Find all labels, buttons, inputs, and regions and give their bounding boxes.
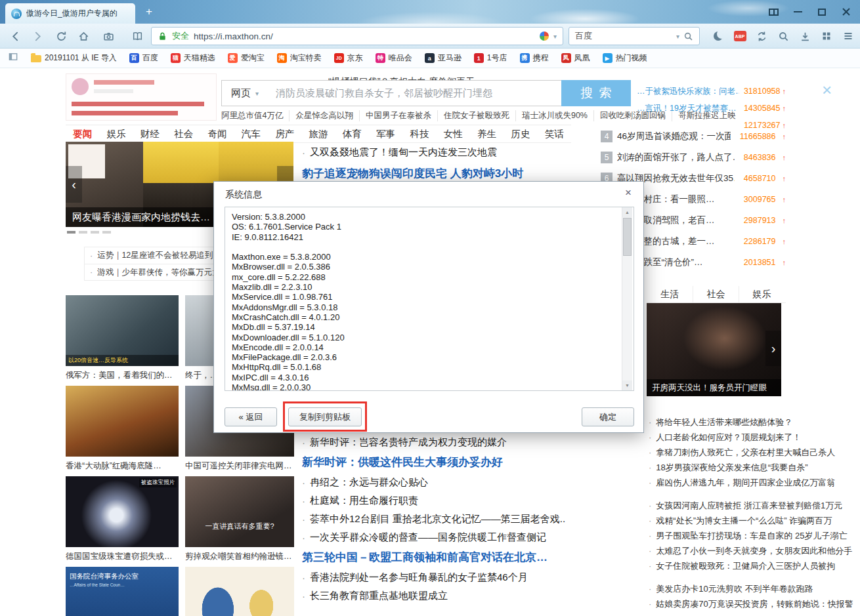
portal-search-button[interactable]: 搜索 bbox=[561, 80, 631, 106]
headline-item[interactable]: 又双叒叕地震了！缅甸一天内连发三次地震 bbox=[302, 143, 570, 161]
right-photo-caption[interactable]: 开房两天没出！服务员开门瞪眼 bbox=[647, 379, 781, 396]
url-box[interactable]: 安全 https://i.maxthon.cn/ ▾ bbox=[151, 27, 563, 45]
right-news-item[interactable]: 戏精“处长”为博女主播一个“么么哒” 诈骗两百万 bbox=[649, 513, 860, 528]
browser-tab[interactable]: 傲游今日_傲游用户专属的 bbox=[5, 3, 135, 24]
tab-qiwen[interactable]: 奇闻 bbox=[200, 125, 234, 142]
quick-list-item[interactable]: 运势｜12星座谁不会被轻易追到！ bbox=[85, 247, 220, 264]
ok-button[interactable]: 确定 bbox=[582, 407, 634, 426]
bookmark-item[interactable]: 特唯品会 bbox=[376, 52, 412, 64]
hot-link[interactable]: 阿里总市值4万亿 bbox=[221, 110, 289, 121]
dialog-close-icon[interactable]: × bbox=[621, 186, 635, 200]
bookmark-item[interactable]: 淘淘宝特卖 bbox=[277, 52, 322, 64]
rank-row[interactable]: …言讯！19岁天才被禁赛…14305845↑ bbox=[637, 100, 786, 117]
tab-caijing[interactable]: 财经 bbox=[133, 125, 167, 142]
download-icon[interactable] bbox=[798, 30, 811, 43]
bookmark-item[interactable]: ▶热门视频 bbox=[603, 52, 647, 64]
right-news-item[interactable]: 女孩因河南人应聘被拒 浙江喜来登被判赔偿1万元 bbox=[649, 498, 860, 513]
carousel-dot[interactable] bbox=[91, 231, 99, 234]
night-mode-icon[interactable] bbox=[712, 30, 725, 43]
new-tab-button[interactable]: + bbox=[141, 5, 157, 19]
search-engine-box[interactable]: 百度 ▾ bbox=[569, 27, 700, 45]
close-icon[interactable] bbox=[839, 5, 853, 18]
news-photo[interactable]: 以20倍音速…反导系统 bbox=[66, 295, 179, 366]
photo-caption[interactable]: 俄军方：美国，看着我们的… bbox=[66, 369, 179, 382]
bookmark-item[interactable]: 爱爱淘宝 bbox=[228, 52, 265, 64]
scroll-up-icon[interactable]: ▲ bbox=[622, 207, 632, 217]
news-item-emphasis[interactable]: 第三轮中国－欧盟工商领袖和前高官对话在北京… bbox=[302, 546, 572, 568]
adblock-plus-icon[interactable]: ABP bbox=[733, 30, 746, 43]
rank-row[interactable]: 446岁周迅首谈婚恋观：一次面…11665886↑ bbox=[601, 126, 786, 147]
menu-icon[interactable] bbox=[842, 30, 855, 43]
news-item[interactable]: 荟萃中外12台剧目 重拾老北京文化记忆——第三届老舍戏.. bbox=[302, 510, 572, 528]
minimize-icon[interactable] bbox=[790, 5, 805, 18]
carousel-dot[interactable] bbox=[79, 231, 87, 234]
news-photo[interactable] bbox=[66, 386, 179, 457]
rank-row[interactable]: 5刘涛的面馆开张了，路人点了…8463836↑ bbox=[601, 147, 786, 168]
right-news-item[interactable]: 美发店办卡10元洗剪吹 不到半年卷款跑路 bbox=[649, 581, 860, 596]
news-photo[interactable] bbox=[185, 567, 294, 616]
news-item[interactable]: 冉绍之：永远与群众心贴心 bbox=[302, 473, 572, 491]
search-category-select[interactable]: 网页▾ bbox=[221, 80, 269, 106]
news-item[interactable]: 长三角教育部重点基地联盟成立 bbox=[302, 586, 572, 605]
tab-tiyu[interactable]: 体育 bbox=[335, 125, 369, 142]
tab-yaowen[interactable]: 要闻 bbox=[66, 125, 99, 142]
copy-to-clipboard-button[interactable]: 复制到剪贴板 bbox=[288, 407, 362, 426]
tab-yule-right[interactable]: 娱乐 bbox=[739, 286, 785, 302]
apps-grid-icon[interactable] bbox=[820, 30, 833, 43]
photo-caption[interactable]: 剪掉观众嘲笑首相约翰逊镜… bbox=[185, 550, 293, 563]
rank-row[interactable]: …于被絮迅快乐家族：问老…31810958↑ bbox=[637, 83, 786, 100]
news-item[interactable]: 杜庭斌：用生命履行职责 bbox=[302, 491, 572, 510]
tab-keji[interactable]: 科技 bbox=[402, 125, 436, 142]
forward-icon[interactable] bbox=[29, 29, 46, 43]
scroll-down-icon[interactable]: ▼ bbox=[622, 380, 632, 390]
tab-xiaohua[interactable]: 笑话 bbox=[538, 125, 571, 142]
hot-link[interactable]: 中国男子在泰被杀 bbox=[359, 110, 437, 121]
refresh-icon[interactable] bbox=[53, 29, 70, 43]
sync-icon[interactable] bbox=[755, 30, 768, 43]
chevron-down-icon[interactable]: ▾ bbox=[553, 33, 557, 40]
right-news-item[interactable]: 男子围观坠车打捞现场：车是自家的 25岁儿子溺亡 bbox=[649, 528, 860, 543]
chevron-down-icon[interactable]: ▾ bbox=[676, 33, 679, 40]
tab-shehui[interactable]: 社会 bbox=[167, 125, 200, 142]
right-news-item[interactable]: 雇凶伤人潜逃九年，期间开四家企业成亿万富翁 bbox=[649, 475, 860, 490]
quick-list-item[interactable]: 游戏｜少年群侠传，等你赢万元大… bbox=[85, 264, 220, 280]
tab-nvxing[interactable]: 女性 bbox=[437, 125, 470, 142]
photo-caption[interactable]: 德国国宝级珠宝遭窃损失或… bbox=[66, 550, 179, 563]
hot-link[interactable]: 众星悼念高以翔 bbox=[289, 110, 359, 121]
news-photo[interactable]: 被盗珠宝照片 bbox=[66, 476, 179, 547]
carousel-dot[interactable] bbox=[67, 231, 75, 234]
news-item[interactable]: 香港法院判处一名参与旺角暴乱的女子监禁46个月 bbox=[302, 568, 572, 586]
tab-junshi[interactable]: 军事 bbox=[369, 125, 402, 142]
photo-next-icon[interactable]: › bbox=[765, 331, 781, 366]
tab-lishi[interactable]: 历史 bbox=[504, 125, 537, 142]
tab-lvyou[interactable]: 旅游 bbox=[301, 125, 335, 142]
back-icon[interactable] bbox=[7, 29, 24, 43]
snapshot-icon[interactable] bbox=[100, 29, 117, 43]
news-item[interactable]: 一次关乎群众冷暖的督查——国务院供暖工作督查侧记 bbox=[302, 528, 572, 546]
hot-link[interactable]: 住院女子被殴致死 bbox=[437, 110, 515, 121]
maximize-icon[interactable] bbox=[815, 5, 829, 18]
carousel-prev-icon[interactable]: ‹ bbox=[66, 166, 82, 203]
dialog-scrollbar[interactable]: ▲ ▼ bbox=[622, 207, 632, 390]
split-screen-icon[interactable] bbox=[766, 5, 781, 18]
bookmark-item[interactable]: a亚马逊 bbox=[425, 52, 462, 64]
photo-caption[interactable]: 香港“大动脉”红磡海底隧… bbox=[66, 459, 179, 472]
reading-mode-icon[interactable] bbox=[129, 29, 146, 43]
bookmark-folder[interactable]: 20191101 从 IE 导入 bbox=[31, 52, 117, 64]
news-item-emphasis[interactable]: 新华时评：供暖这件民生大事须办妥办好 bbox=[302, 451, 572, 473]
bookmark-item[interactable]: 携携程 bbox=[520, 52, 549, 64]
right-news-item[interactable]: 姑娘卖房凑70万竟误买投资房，转账前她说：快报警 bbox=[649, 596, 860, 611]
right-photo-card[interactable]: › 开房两天没出！服务员开门瞪眼 bbox=[647, 303, 781, 396]
tab-shenghuo[interactable]: 生活 bbox=[647, 286, 693, 302]
scrollbar-thumb[interactable] bbox=[623, 218, 632, 256]
right-news-item[interactable]: 拿猪刀刺伤人致死亡，父亲在村里大喊自己杀人 bbox=[649, 445, 860, 460]
carousel-dot[interactable] bbox=[102, 231, 111, 234]
bookmark-item[interactable]: 百百度 bbox=[129, 52, 158, 64]
tab-shehui-right[interactable]: 社会 bbox=[693, 286, 739, 302]
bookmark-item[interactable]: 凤凤凰 bbox=[561, 52, 590, 64]
tab-fangchan[interactable]: 房产 bbox=[268, 125, 301, 142]
right-news-item[interactable]: 18岁男孩深夜给父亲发来信息“我要自杀” bbox=[649, 460, 860, 475]
skynote-pinwheel-icon[interactable] bbox=[540, 31, 549, 41]
bookmark-item[interactable]: 11号店 bbox=[474, 52, 507, 64]
news-photo[interactable]: 一直讲真话有多重要? bbox=[185, 476, 294, 547]
